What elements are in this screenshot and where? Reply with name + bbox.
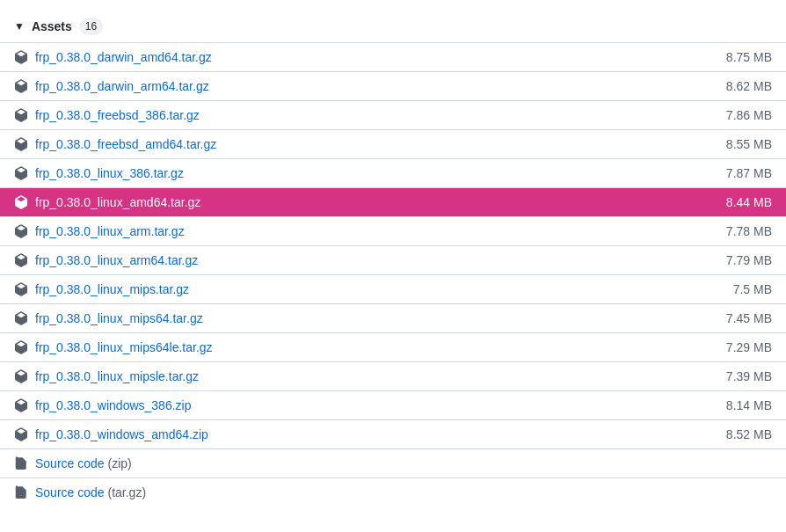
asset-size: 8.52 MB [710, 427, 772, 441]
package-icon [14, 166, 28, 180]
asset-size: 8.44 MB [710, 195, 772, 209]
asset-row[interactable]: Source code (tar.gz) [0, 478, 786, 506]
asset-name[interactable]: frp_0.38.0_linux_arm64.tar.gz [35, 253, 710, 267]
file-zip-icon [14, 485, 28, 499]
asset-row[interactable]: frp_0.38.0_darwin_arm64.tar.gz8.62 MB [0, 72, 786, 101]
assets-count-badge: 16 [79, 18, 103, 35]
asset-row[interactable]: frp_0.38.0_linux_mipsle.tar.gz7.39 MB [0, 362, 786, 391]
asset-name[interactable]: frp_0.38.0_freebsd_amd64.tar.gz [35, 137, 710, 151]
asset-size: 7.79 MB [710, 253, 772, 267]
asset-name[interactable]: frp_0.38.0_linux_mips64.tar.gz [35, 311, 710, 325]
asset-size: 7.86 MB [710, 108, 772, 122]
package-icon [14, 79, 28, 93]
package-icon [14, 398, 28, 412]
asset-name[interactable]: frp_0.38.0_linux_mips64le.tar.gz [35, 340, 710, 354]
assets-title: Assets [32, 19, 72, 33]
asset-name[interactable]: frp_0.38.0_darwin_amd64.tar.gz [35, 50, 710, 64]
asset-name[interactable]: frp_0.38.0_freebsd_386.tar.gz [35, 108, 710, 122]
asset-row[interactable]: frp_0.38.0_darwin_amd64.tar.gz8.75 MB [0, 43, 786, 72]
package-icon [14, 311, 28, 325]
package-icon [14, 224, 28, 238]
asset-row[interactable]: frp_0.38.0_linux_mips64.tar.gz7.45 MB [0, 304, 786, 333]
assets-header[interactable]: ▼ Assets 16 [0, 11, 786, 42]
assets-container: ▼ Assets 16 frp_0.38.0_darwin_amd64.tar.… [0, 0, 786, 532]
asset-name[interactable]: Source code (tar.gz) [35, 485, 710, 499]
package-icon [14, 108, 28, 122]
asset-row[interactable]: frp_0.38.0_linux_arm.tar.gz7.78 MB [0, 217, 786, 246]
package-icon [14, 427, 28, 441]
asset-name[interactable]: frp_0.38.0_windows_386.zip [35, 398, 710, 412]
asset-name[interactable]: frp_0.38.0_linux_amd64.tar.gz [35, 195, 710, 209]
asset-name[interactable]: frp_0.38.0_linux_mips.tar.gz [35, 282, 710, 296]
asset-size: 8.55 MB [710, 137, 772, 151]
asset-size: 8.14 MB [710, 398, 772, 412]
asset-size: 7.39 MB [710, 369, 772, 383]
asset-size: 7.45 MB [710, 311, 772, 325]
asset-row[interactable]: frp_0.38.0_linux_amd64.tar.gz8.44 MB [0, 188, 786, 217]
asset-name[interactable]: frp_0.38.0_linux_mipsle.tar.gz [35, 369, 710, 383]
asset-size: 8.62 MB [710, 79, 772, 93]
asset-row[interactable]: frp_0.38.0_freebsd_386.tar.gz7.86 MB [0, 101, 786, 130]
package-icon [14, 137, 28, 151]
assets-list: frp_0.38.0_darwin_amd64.tar.gz8.75 MB fr… [0, 42, 786, 506]
package-icon [14, 253, 28, 267]
file-zip-icon [14, 456, 28, 470]
assets-toggle-icon: ▼ [14, 20, 25, 33]
asset-row[interactable]: frp_0.38.0_windows_amd64.zip8.52 MB [0, 420, 786, 449]
package-icon [14, 50, 28, 64]
asset-row[interactable]: frp_0.38.0_linux_arm64.tar.gz7.79 MB [0, 246, 786, 275]
asset-size: 7.5 MB [710, 282, 772, 296]
asset-size: 7.87 MB [710, 166, 772, 180]
package-icon [14, 340, 28, 354]
asset-size: 8.75 MB [710, 50, 772, 64]
asset-row[interactable]: frp_0.38.0_linux_mips.tar.gz7.5 MB [0, 275, 786, 304]
package-icon [14, 282, 28, 296]
package-icon [14, 369, 28, 383]
asset-size: 7.78 MB [710, 224, 772, 238]
asset-row[interactable]: frp_0.38.0_linux_386.tar.gz7.87 MB [0, 159, 786, 188]
asset-name[interactable]: frp_0.38.0_darwin_arm64.tar.gz [35, 79, 710, 93]
asset-row[interactable]: frp_0.38.0_linux_mips64le.tar.gz7.29 MB [0, 333, 786, 362]
asset-name[interactable]: frp_0.38.0_linux_arm.tar.gz [35, 224, 710, 238]
asset-row[interactable]: Source code (zip) [0, 449, 786, 478]
asset-size: 7.29 MB [710, 340, 772, 354]
asset-row[interactable]: frp_0.38.0_windows_386.zip8.14 MB [0, 391, 786, 420]
asset-name[interactable]: frp_0.38.0_linux_386.tar.gz [35, 166, 710, 180]
asset-name[interactable]: Source code (zip) [35, 456, 710, 470]
asset-row[interactable]: frp_0.38.0_freebsd_amd64.tar.gz8.55 MB [0, 130, 786, 159]
asset-name[interactable]: frp_0.38.0_windows_amd64.zip [35, 427, 710, 441]
package-icon [14, 195, 28, 209]
